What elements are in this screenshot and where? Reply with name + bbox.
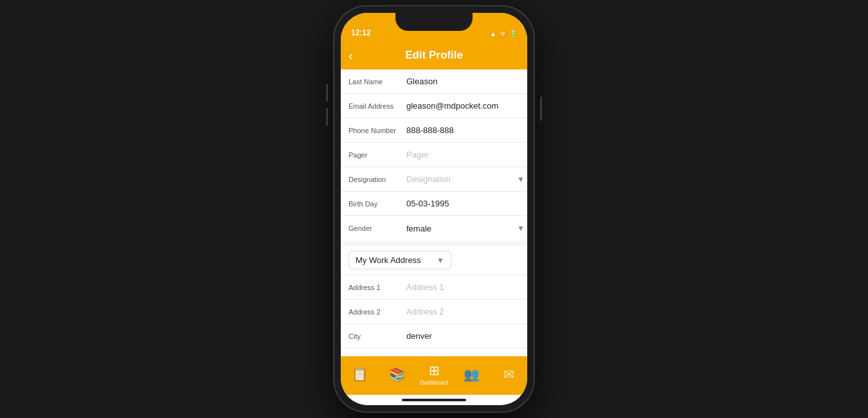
notch [395,13,473,31]
state-row: State ▼ [341,349,527,356]
clipboard-icon: 📋 [352,367,368,382]
address1-row: Address 1 [341,275,527,300]
status-time: 12:12 [351,28,371,37]
content-area: Last Name Email Address Phone Number Pag… [341,69,527,356]
work-address-dropdown[interactable]: My Work Address ▼ [348,251,451,269]
nav-item-mail[interactable]: ✉ [490,367,527,382]
birthday-input[interactable] [406,199,520,208]
home-indicator [341,395,527,405]
signal-icon: ▲ [490,30,496,37]
birthday-label: Birth Day [348,200,406,208]
email-label: Email Address [348,102,406,110]
last-name-row: Last Name [341,69,527,94]
volume-up-button[interactable] [326,84,328,102]
work-address-section: My Work Address ▼ [341,246,527,275]
designation-dropdown-icon[interactable]: ▼ [517,175,525,184]
gender-input[interactable] [406,224,514,233]
dashboard-icon: ⊞ [429,363,440,378]
status-icons: ▲ 🛜 🔋 [490,30,517,37]
page-title: Edit Profile [405,49,463,62]
personal-fields-section: Last Name Email Address Phone Number Pag… [341,69,527,241]
last-name-label: Last Name [348,78,406,86]
nav-item-books[interactable]: 📚 [378,367,415,382]
work-address-chevron-icon: ▼ [437,256,444,265]
mail-icon: ✉ [503,367,514,382]
address1-label: Address 1 [348,284,406,291]
designation-label: Designation [348,176,406,183]
address2-label: Address 2 [348,308,406,316]
header: ‹ Edit Profile [341,41,527,69]
nav-item-users[interactable]: 👥 [453,367,490,382]
pager-input[interactable] [406,150,520,159]
address-fields-section: Address 1 Address 2 City State ▼ [341,275,527,356]
gender-label: Gender [348,224,406,232]
city-input[interactable] [406,331,520,341]
gender-row: Gender ▼ [341,216,527,241]
power-button[interactable] [540,96,542,121]
users-icon: 👥 [464,367,480,382]
address2-input[interactable] [406,307,520,316]
phone-input[interactable] [406,125,520,135]
home-bar [402,399,466,401]
pager-row: Pager [341,143,527,167]
phone-frame: 12:12 ▲ 🛜 🔋 ‹ Edit Profile Last Name Ema… [334,6,534,412]
birthday-row: Birth Day [341,192,527,216]
email-input[interactable] [406,101,520,111]
gender-dropdown-icon[interactable]: ▼ [517,224,525,233]
phone-label: Phone Number [348,127,406,134]
battery-icon: 🔋 [509,30,517,37]
bottom-nav: 📋 📚 ⊞ Dashboard 👥 ✉ [341,356,527,395]
work-address-label: My Work Address [356,255,434,265]
city-label: City [348,332,406,340]
address1-input[interactable] [406,282,520,292]
dashboard-nav-label: Dashboard [420,379,448,386]
nav-item-clipboard[interactable]: 📋 [341,367,378,382]
pager-label: Pager [348,151,406,159]
phone-screen: 12:12 ▲ 🛜 🔋 ‹ Edit Profile Last Name Ema… [341,13,527,405]
wifi-icon: 🛜 [499,30,507,37]
back-button[interactable]: ‹ [348,48,353,63]
city-row: City [341,324,527,349]
address2-row: Address 2 [341,300,527,324]
phone-row: Phone Number [341,118,527,143]
designation-input[interactable] [406,174,514,184]
volume-down-button[interactable] [326,108,328,126]
books-icon: 📚 [389,367,405,382]
email-row: Email Address [341,94,527,118]
last-name-input[interactable] [406,77,520,86]
designation-row: Designation ▼ [341,167,527,192]
status-bar: 12:12 ▲ 🛜 🔋 [341,13,527,41]
nav-item-dashboard[interactable]: ⊞ Dashboard [415,363,453,386]
